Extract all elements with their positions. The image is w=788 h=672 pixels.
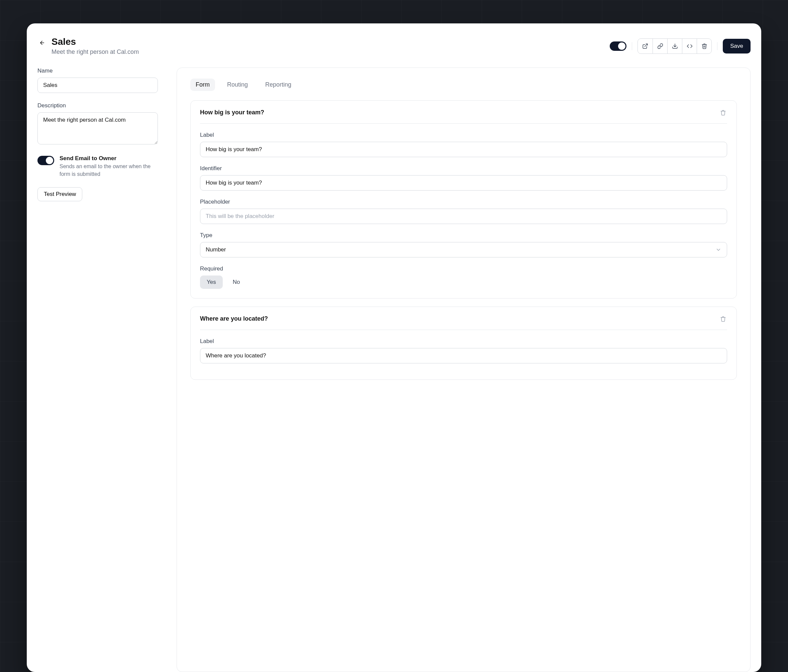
question-delete-button[interactable] [719, 315, 727, 323]
header-left: Sales Meet the right person at Cal.com [37, 37, 139, 55]
email-owner-toggle[interactable] [37, 156, 54, 165]
email-owner-desc: Sends an email to the owner when the for… [60, 162, 158, 178]
required-no[interactable]: No [226, 276, 247, 289]
page-title: Sales [51, 37, 139, 47]
label-field-group: Label [200, 132, 727, 157]
description-label: Description [37, 102, 158, 109]
sidebar: Name Description Send Email to Owner Sen… [37, 68, 158, 672]
label-field-group: Label [200, 338, 727, 363]
embed-button[interactable] [682, 39, 697, 54]
identifier-field-group: Identifier [200, 165, 727, 190]
trash-icon [701, 43, 707, 49]
question-title: Where are you located? [200, 315, 268, 322]
type-field-label: Type [200, 232, 727, 239]
identifier-input[interactable] [200, 175, 727, 190]
label-input[interactable] [200, 348, 727, 363]
link-icon [657, 43, 663, 49]
name-label: Name [37, 68, 158, 74]
header: Sales Meet the right person at Cal.com [37, 37, 751, 55]
header-right: Save [610, 38, 751, 54]
page-subtitle: Meet the right person at Cal.com [51, 49, 139, 55]
placeholder-input[interactable] [200, 209, 727, 224]
arrow-left-icon [39, 40, 45, 46]
download-button[interactable] [667, 39, 682, 54]
question-title: How big is your team? [200, 109, 264, 116]
title-block: Sales Meet the right person at Cal.com [51, 37, 139, 55]
trash-icon [720, 110, 726, 116]
placeholder-field-group: Placeholder [200, 198, 727, 224]
trash-icon [720, 316, 726, 322]
test-preview-button[interactable]: Test Preview [37, 187, 82, 201]
download-icon [672, 43, 678, 49]
required-yes[interactable]: Yes [200, 276, 223, 289]
app-card: Sales Meet the right person at Cal.com [27, 24, 761, 672]
identifier-field-label: Identifier [200, 165, 727, 172]
name-input[interactable] [37, 78, 158, 93]
label-field-label: Label [200, 132, 727, 138]
question-card: How big is your team? Label Identifier P… [190, 100, 737, 298]
email-owner-switch-row: Send Email to Owner Sends an email to th… [37, 155, 158, 178]
save-button[interactable]: Save [723, 39, 751, 54]
tab-routing[interactable]: Routing [222, 79, 253, 91]
copy-link-button[interactable] [653, 39, 667, 54]
tabs: Form Routing Reporting [190, 79, 737, 91]
name-field-group: Name [37, 68, 158, 93]
question-header: Where are you located? [200, 315, 727, 330]
delete-button[interactable] [697, 39, 712, 54]
open-external-button[interactable] [638, 39, 653, 54]
type-select[interactable]: Number [200, 242, 727, 257]
question-header: How big is your team? [200, 109, 727, 124]
email-owner-title: Send Email to Owner [60, 155, 158, 162]
required-field-group: Required Yes No [200, 265, 727, 289]
question-card: Where are you located? Label [190, 307, 737, 380]
type-select-value: Number [206, 246, 226, 253]
email-owner-text: Send Email to Owner Sends an email to th… [60, 155, 158, 178]
action-button-group [637, 38, 712, 54]
required-field-label: Required [200, 265, 727, 272]
placeholder-field-label: Placeholder [200, 198, 727, 205]
divider [632, 42, 632, 50]
label-field-label: Label [200, 338, 727, 345]
svg-line-1 [645, 44, 648, 46]
body: Name Description Send Email to Owner Sen… [37, 68, 751, 672]
description-field-group: Description [37, 102, 158, 146]
required-segmented: Yes No [200, 276, 727, 289]
form-enabled-toggle[interactable] [610, 41, 626, 51]
label-input[interactable] [200, 142, 727, 157]
tab-form[interactable]: Form [190, 79, 215, 91]
code-icon [687, 43, 693, 49]
chevron-down-icon [715, 247, 721, 253]
main-panel: Form Routing Reporting How big is your t… [176, 68, 751, 672]
back-button[interactable] [37, 38, 47, 48]
tab-reporting[interactable]: Reporting [260, 79, 297, 91]
question-delete-button[interactable] [719, 109, 727, 117]
description-textarea[interactable] [37, 113, 158, 144]
type-field-group: Type Number [200, 232, 727, 257]
external-link-icon [642, 43, 648, 49]
